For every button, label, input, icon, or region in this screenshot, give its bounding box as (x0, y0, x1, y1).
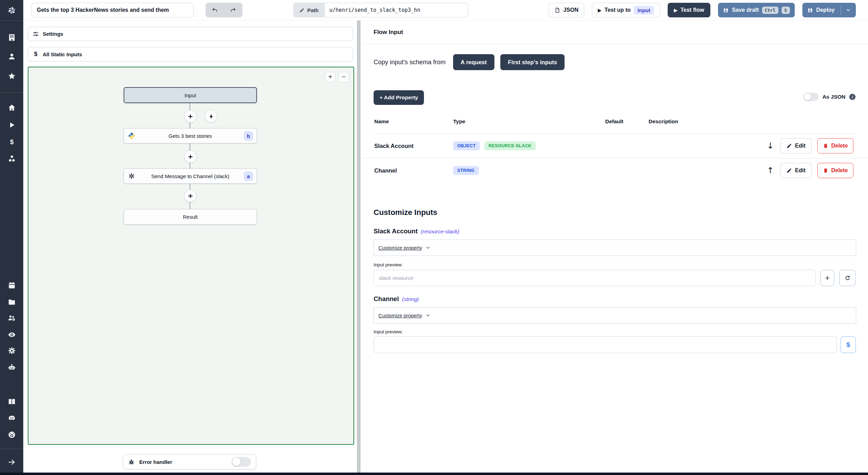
edit-button[interactable]: Edit (780, 163, 812, 178)
windmill-logo-icon[interactable] (0, 0, 23, 20)
plus-icon (187, 193, 193, 199)
sidebar-item-workers[interactable] (0, 312, 23, 324)
properties-table-header: Name Type Default Description (361, 118, 868, 134)
sidebar-item-settings[interactable] (0, 345, 23, 357)
error-handler-toggle[interactable] (232, 457, 251, 467)
kbd-s: S (782, 7, 790, 14)
move-down-icon[interactable]: ↓ (766, 142, 775, 150)
bottom-edge-strip (0, 473, 868, 475)
sidebar-item-schedules[interactable] (0, 280, 23, 291)
field-heading-slack-account: Slack Account (resource-slack) (374, 227, 459, 235)
sidebar-item-resources[interactable] (0, 153, 23, 165)
save-draft-button[interactable]: Save draft Ctrl S (718, 3, 795, 17)
play-icon: ▶ (598, 8, 601, 12)
static-inputs-bar-label: All Static Inputs (43, 51, 82, 57)
insert-step-button[interactable] (184, 150, 197, 163)
customize-property-label[interactable]: Customize property (378, 313, 422, 318)
add-trigger-button[interactable] (205, 110, 217, 123)
input-preview-label: Input preview: (374, 262, 403, 267)
delete-button[interactable]: Delete (817, 138, 853, 153)
sidebar-item-folders[interactable] (0, 296, 23, 308)
property-name: Channel (374, 158, 397, 183)
customize-property-label[interactable]: Customize property (378, 245, 422, 251)
refresh-button[interactable] (839, 270, 856, 286)
sidebar-divider (0, 20, 23, 21)
property-type-badges: OBJECT RESOURCE-SLACK (453, 134, 536, 158)
all-static-inputs-bar[interactable]: $ All Static Inputs (28, 47, 353, 61)
topbar-actions: JSON ▶ Test up to Input ▶ Test flow Save… (549, 3, 856, 17)
bug-icon (128, 459, 135, 465)
chevron-down-icon (425, 245, 431, 250)
insert-step-button[interactable] (184, 110, 197, 123)
field-name: Channel (374, 295, 399, 303)
flow-node-step-a-id-badge: a (244, 172, 253, 181)
undo-button[interactable] (206, 3, 224, 17)
flow-node-step-a[interactable]: Send Message to Channel (slack) a (124, 168, 257, 184)
table-row: Slack Account OBJECT RESOURCE-SLACK ↓ Ed… (361, 134, 868, 158)
chevron-down-icon[interactable] (845, 7, 851, 13)
panel-scrollbar[interactable] (357, 20, 360, 473)
sidebar-item-user[interactable] (0, 51, 23, 62)
copy-from-first-step-button[interactable]: First step's inputs (500, 54, 565, 70)
lightning-bolt-icon (208, 114, 214, 119)
sidebar-item-variables[interactable]: $ (0, 136, 23, 148)
error-handler-bar[interactable]: Error handler (123, 454, 256, 469)
flow-title-input[interactable] (32, 3, 194, 17)
sidebar-item-audit-logs[interactable] (0, 329, 23, 341)
flow-node-result[interactable]: Result (124, 209, 257, 225)
flow-editor-panel: Settings $ All Static Inputs + − Input G… (23, 20, 357, 473)
move-up-icon[interactable]: ↑ (766, 166, 775, 175)
svg-text:$: $ (10, 138, 14, 145)
as-json-toggle[interactable] (803, 93, 819, 101)
edit-button[interactable]: Edit (780, 138, 812, 153)
settings-bar-label: Settings (43, 31, 63, 37)
copy-from-request-button[interactable]: A request (453, 54, 495, 70)
trash-icon (823, 168, 828, 173)
type-badge-object: OBJECT (453, 141, 480, 150)
pencil-icon (786, 168, 792, 173)
test-up-to-target-badge[interactable]: Input (634, 6, 654, 15)
sidebar-item-ai[interactable] (0, 361, 23, 373)
add-property-button[interactable]: + Add Property (374, 90, 424, 105)
variable-picker-button[interactable]: $ (841, 336, 856, 353)
path-input[interactable] (324, 3, 468, 17)
redo-button[interactable] (224, 3, 242, 17)
deploy-button[interactable]: Deploy (802, 3, 856, 17)
info-icon[interactable]: i (849, 94, 856, 100)
sidebar-item-home[interactable] (0, 102, 23, 114)
delete-button-label: Delete (831, 167, 848, 174)
field-type-hint: (resource-slack) (421, 228, 459, 235)
slack-resource-input[interactable] (374, 270, 816, 286)
insert-step-button[interactable] (184, 190, 197, 202)
flow-canvas[interactable]: + − Input Gets 3 best stories b (28, 67, 354, 445)
field-name: Slack Account (374, 227, 418, 235)
sidebar-item-docs[interactable] (0, 396, 23, 408)
type-badge-resource-slack: RESOURCE-SLACK (484, 141, 536, 150)
customize-property-dropdown[interactable]: Customize property (374, 240, 856, 256)
zoom-out-button[interactable]: − (339, 72, 349, 82)
flow-node-input[interactable]: Input (124, 87, 257, 103)
expand-sidebar-arrow-icon[interactable] (0, 456, 23, 468)
json-button[interactable]: JSON (549, 3, 585, 17)
flow-input-header: Flow Input (361, 20, 868, 44)
sidebar-item-runs[interactable] (0, 119, 23, 131)
flow-node-step-b[interactable]: Gets 3 best stories b (124, 128, 257, 143)
undo-redo-group (206, 3, 242, 17)
pencil-icon (786, 143, 792, 149)
path-badge[interactable]: Path (293, 3, 324, 17)
delete-button[interactable]: Delete (817, 163, 853, 178)
add-resource-button[interactable]: + (820, 270, 834, 286)
sidebar-item-discord[interactable] (0, 412, 23, 424)
test-flow-button[interactable]: ▶ Test flow (668, 3, 710, 17)
sidebar-item-github[interactable] (0, 429, 23, 441)
sidebar-item-workspace[interactable] (0, 32, 23, 43)
deploy-label: Deploy (816, 7, 835, 13)
channel-input[interactable] (374, 336, 837, 353)
test-up-to-button[interactable]: ▶ Test up to Input (592, 3, 660, 17)
as-json-label: As JSON (823, 94, 845, 100)
flow-settings-bar[interactable]: Settings (28, 27, 353, 41)
zoom-in-button[interactable]: + (325, 72, 335, 82)
column-header-name: Name (374, 118, 389, 125)
sidebar-item-favorites[interactable] (0, 70, 23, 82)
customize-property-dropdown[interactable]: Customize property (374, 307, 856, 324)
